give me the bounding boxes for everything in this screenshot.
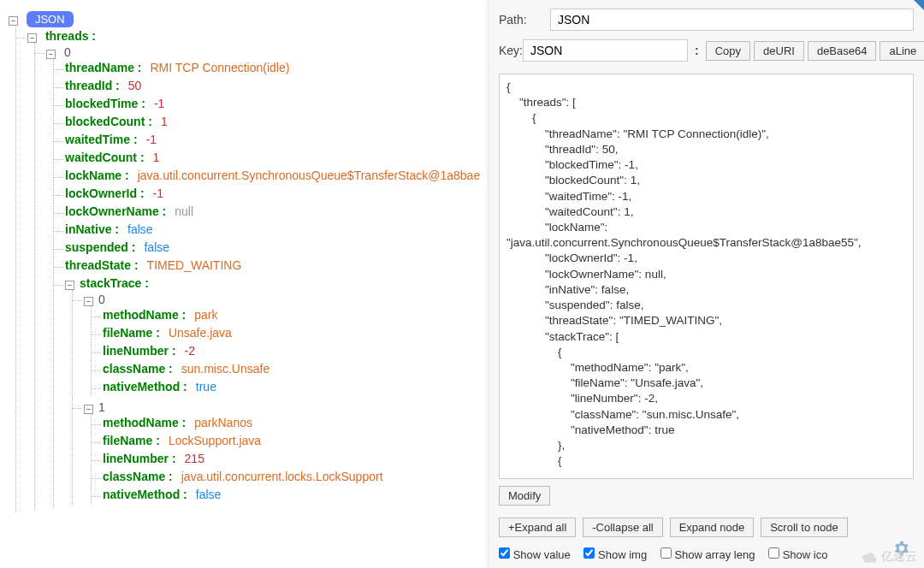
tree-value: -2: [176, 344, 195, 358]
tree-key[interactable]: fileName: [103, 326, 152, 340]
tree-key[interactable]: waitedTime: [65, 133, 130, 146]
tree-value: parkNanos: [186, 416, 252, 429]
tree-value: 1: [145, 151, 160, 164]
tree-key[interactable]: methodName: [103, 416, 179, 429]
tree-key[interactable]: threadName: [65, 61, 134, 74]
tree-value: 50: [120, 79, 142, 92]
tree-value: 1: [152, 115, 168, 128]
show-ico-checkbox[interactable]: Show ico: [768, 548, 827, 561]
tree-value: -1: [138, 133, 157, 146]
tree-key[interactable]: threadState: [65, 258, 131, 272]
debase64-button[interactable]: deBase64: [808, 41, 877, 61]
tree-index[interactable]: 1: [98, 400, 105, 414]
tree-value: 215: [176, 452, 204, 465]
tree-index[interactable]: 0: [64, 45, 71, 59]
tree-key[interactable]: className: [103, 362, 165, 376]
collapse-icon[interactable]: −: [84, 405, 93, 414]
collapse-icon[interactable]: −: [46, 50, 56, 59]
tree-value: java.util.concurrent.SynchronousQueue$Tr…: [129, 169, 480, 182]
tree-value: false: [119, 222, 153, 236]
modify-button[interactable]: Modify: [499, 486, 550, 506]
tree-key[interactable]: blockedCount: [65, 115, 145, 128]
tree-value: RMI TCP Connection(idle): [141, 61, 289, 74]
tree-key[interactable]: inNative: [65, 222, 111, 236]
json-tree: − JSON − threads : − 0 threadName :RMI T…: [9, 9, 488, 514]
path-label: Path:: [499, 13, 550, 27]
tree-value: park: [186, 308, 217, 322]
tree-value: true: [187, 380, 216, 393]
tree-key[interactable]: nativeMethod: [103, 380, 180, 393]
tree-value: false: [135, 240, 169, 254]
gear-icon[interactable]: [891, 539, 910, 558]
tree-key[interactable]: className: [103, 470, 165, 483]
collapse-icon[interactable]: −: [84, 297, 93, 306]
copy-button[interactable]: Copy: [706, 41, 750, 61]
tree-value: false: [187, 488, 222, 501]
root-node[interactable]: JSON: [27, 11, 74, 27]
tree-key-threads[interactable]: threads: [45, 29, 89, 43]
collapse-icon[interactable]: −: [9, 16, 18, 26]
show-img-checkbox[interactable]: Show img: [583, 548, 647, 561]
tree-key[interactable]: lockName: [65, 169, 121, 182]
collapse-all-button[interactable]: -Collapse all: [583, 518, 663, 537]
key-label: Key:: [499, 44, 523, 57]
tree-key[interactable]: lineNumber: [103, 452, 169, 465]
tree-key[interactable]: nativeMethod: [103, 488, 180, 501]
deuri-button[interactable]: deURI: [754, 41, 804, 61]
show-value-checkbox[interactable]: Show value: [499, 548, 571, 561]
tree-key[interactable]: methodName: [103, 308, 179, 322]
tree-value: TIMED_WAITING: [139, 258, 242, 272]
json-source-view[interactable]: { "threads": [ { "threadName": "RMI TCP …: [499, 74, 914, 479]
tree-key[interactable]: blockedTime: [65, 97, 138, 110]
tree-key[interactable]: waitedCount: [65, 151, 137, 164]
tree-key[interactable]: lineNumber: [103, 344, 169, 358]
tree-value: sun.misc.Unsafe: [173, 362, 270, 376]
inspector-pane: Path: Key: : Copy deURI deBase64 aLine {…: [488, 0, 924, 568]
tree-key-stacktrace[interactable]: stackTrace: [80, 276, 141, 290]
tree-value: java.util.concurrent.locks.LockSupport: [173, 470, 383, 483]
tree-value: -1: [145, 97, 164, 110]
expand-all-button[interactable]: +Expand all: [499, 518, 576, 537]
tree-key[interactable]: suspended: [65, 240, 128, 254]
scroll-node-button[interactable]: Scroll to node: [761, 518, 848, 537]
tree-value: null: [166, 204, 193, 218]
tree-index[interactable]: 0: [98, 293, 105, 306]
tree-value: Unsafe.java: [160, 326, 232, 340]
tree-key[interactable]: fileName: [103, 434, 152, 447]
path-input[interactable]: [550, 9, 914, 31]
expand-node-button[interactable]: Expand node: [670, 518, 755, 537]
key-input[interactable]: [523, 39, 688, 62]
aline-button[interactable]: aLine: [880, 41, 924, 61]
tree-value: LockSupport.java: [160, 434, 261, 447]
collapse-icon[interactable]: −: [65, 281, 74, 290]
tree-key[interactable]: lockOwnerName: [65, 204, 159, 218]
show-array-checkbox[interactable]: Show array leng: [660, 548, 755, 561]
tree-key[interactable]: threadId: [65, 79, 112, 92]
tree-value: -1: [145, 186, 163, 200]
key-sep: :: [688, 44, 706, 57]
collapse-icon[interactable]: −: [27, 33, 37, 43]
tree-key[interactable]: lockOwnerId: [65, 186, 137, 200]
json-tree-pane: − JSON − threads : − 0 threadName :RMI T…: [0, 0, 488, 568]
